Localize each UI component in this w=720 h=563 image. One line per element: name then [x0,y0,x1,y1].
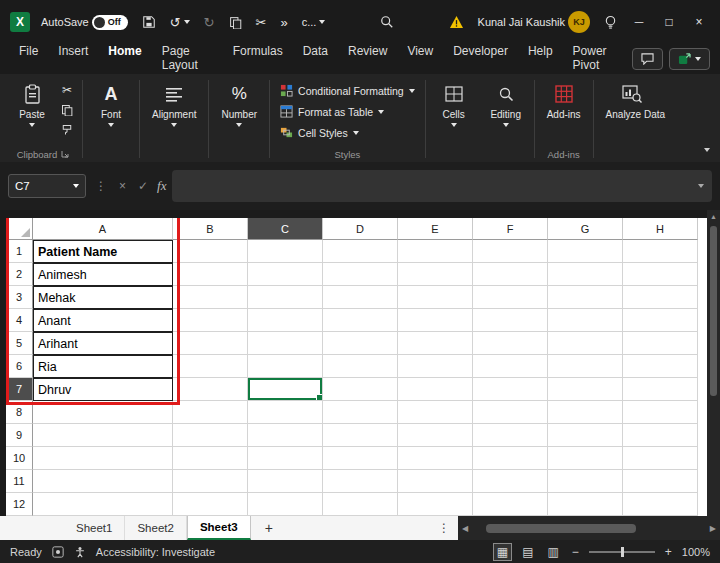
cell-E7[interactable] [398,378,473,401]
column-header-G[interactable]: G [548,218,623,240]
accessibility-status[interactable]: Accessibility: Investigate [96,546,215,558]
row-header-6[interactable]: 6 [6,355,33,378]
row-header-4[interactable]: 4 [6,309,33,332]
cell-B4[interactable] [173,309,248,332]
cell-E2[interactable] [398,263,473,286]
editing-button[interactable]: Editing [484,78,528,131]
cell-F6[interactable] [473,355,548,378]
formula-input[interactable] [172,170,712,202]
cell-B3[interactable] [173,286,248,309]
cell-D6[interactable] [323,355,398,378]
ribbon-tab-help[interactable]: Help [519,40,562,78]
ribbon-tab-view[interactable]: View [398,40,442,78]
cell-B5[interactable] [173,332,248,355]
sheet-tab-sheet1[interactable]: Sheet1 [64,516,125,540]
cell-E10[interactable] [398,447,473,470]
cell-D11[interactable] [323,470,398,493]
ribbon-tab-power-pivot[interactable]: Power Pivot [564,40,630,78]
cell-C6[interactable] [248,355,323,378]
cell-C10[interactable] [248,447,323,470]
cell-A2[interactable]: Animesh [33,263,173,286]
cancel-entry-button[interactable]: × [116,179,129,193]
ribbon-tab-review[interactable]: Review [339,40,396,78]
cell-G3[interactable] [548,286,623,309]
cell-B9[interactable] [173,424,248,447]
column-header-F[interactable]: F [473,218,548,240]
vertical-scrollbar[interactable]: ▲ [707,210,720,516]
zoom-slider[interactable] [589,551,655,553]
cell-A5[interactable]: Arihant [33,332,173,355]
cell-H6[interactable] [623,355,698,378]
confirm-entry-button[interactable]: ✓ [135,179,151,193]
cell-C2[interactable] [248,263,323,286]
cell-C8[interactable] [248,401,323,424]
cell-D1[interactable] [323,240,398,263]
row-header-10[interactable]: 10 [6,447,33,470]
scroll-up-icon[interactable]: ▲ [710,212,717,222]
ribbon-tab-page-layout[interactable]: Page Layout [153,40,222,78]
cell-D9[interactable] [323,424,398,447]
cell-C3[interactable] [248,286,323,309]
cell-H10[interactable] [623,447,698,470]
format-painter-icon[interactable] [58,122,76,138]
zoom-level[interactable]: 100% [682,546,710,558]
cell-B10[interactable] [173,447,248,470]
number-button[interactable]: % Number [215,78,263,131]
cell-A7[interactable]: Dhruv [33,378,173,401]
sheet-tab-sheet2[interactable]: Sheet2 [125,516,186,540]
undo-button[interactable]: ↺ [163,7,197,37]
cell-C1[interactable] [248,240,323,263]
ribbon-tab-developer[interactable]: Developer [444,40,517,78]
cell-A12[interactable] [33,493,173,516]
cell-H1[interactable] [623,240,698,263]
cell-B7[interactable] [173,378,248,401]
minimize-button[interactable]: ─ [624,7,654,37]
close-button[interactable]: × [684,7,714,37]
column-header-C[interactable]: C [248,218,323,240]
cell-G1[interactable] [548,240,623,263]
cell-F8[interactable] [473,401,548,424]
more-quick-commands-button[interactable]: » [273,7,294,37]
horizontal-scrollbar[interactable]: ◀ ▶ [458,516,720,540]
cell-E1[interactable] [398,240,473,263]
cell-styles-button[interactable]: Cell Styles [276,123,419,142]
ribbon-tab-file[interactable]: File [10,40,47,78]
cell-G6[interactable] [548,355,623,378]
cell-G8[interactable] [548,401,623,424]
tips-button[interactable] [597,7,624,37]
cell-F2[interactable] [473,263,548,286]
cut-ribbon-icon[interactable]: ✂ [58,82,76,98]
cell-F12[interactable] [473,493,548,516]
cell-B8[interactable] [173,401,248,424]
macro-record-icon[interactable] [52,546,64,558]
ribbon-tab-data[interactable]: Data [294,40,337,78]
cell-F5[interactable] [473,332,548,355]
zoom-out-button[interactable]: − [570,545,581,559]
cut-button[interactable]: ✂ [249,7,274,37]
normal-view-button[interactable]: ▦ [494,544,511,560]
vertical-scroll-thumb[interactable] [710,226,717,396]
horizontal-scroll-thumb[interactable] [486,524,636,533]
page-layout-view-button[interactable]: ▤ [519,544,536,560]
page-break-view-button[interactable]: ▥ [544,544,561,560]
cell-A6[interactable]: Ria [33,355,173,378]
column-header-D[interactable]: D [323,218,398,240]
cell-C7[interactable] [248,378,323,401]
cell-E11[interactable] [398,470,473,493]
cell-B2[interactable] [173,263,248,286]
cell-G5[interactable] [548,332,623,355]
cell-B12[interactable] [173,493,248,516]
sheet-options-icon[interactable]: ⋮ [430,516,458,540]
save-button[interactable] [135,7,163,37]
cell-B11[interactable] [173,470,248,493]
cell-B1[interactable] [173,240,248,263]
cell-C11[interactable] [248,470,323,493]
cell-E3[interactable] [398,286,473,309]
ribbon-tab-formulas[interactable]: Formulas [224,40,292,78]
redo-button[interactable]: ↻ [197,7,222,37]
cell-H7[interactable] [623,378,698,401]
cell-H5[interactable] [623,332,698,355]
cell-H9[interactable] [623,424,698,447]
cell-C12[interactable] [248,493,323,516]
row-header-7[interactable]: 7 [6,378,33,401]
